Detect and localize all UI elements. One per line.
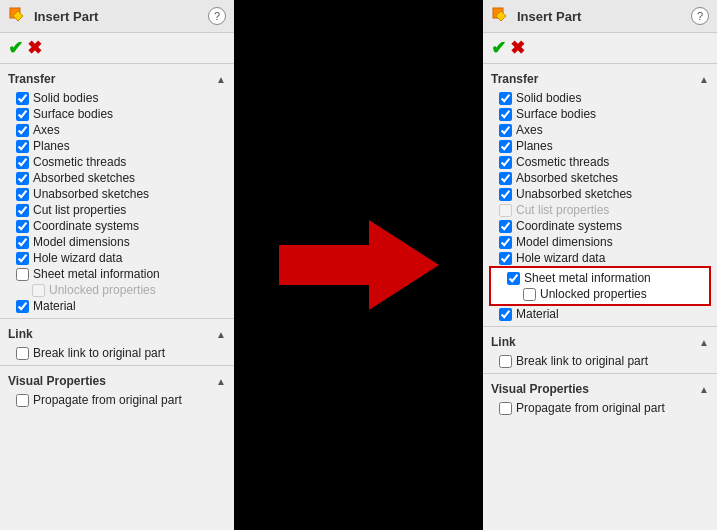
left-unlocked-properties-item[interactable]: Unlocked properties	[0, 282, 234, 298]
left-model-dimensions-item[interactable]: Model dimensions	[0, 234, 234, 250]
right-cut-list-item[interactable]: Cut list properties	[483, 202, 717, 218]
left-cosmetic-threads-checkbox[interactable]	[16, 156, 29, 169]
left-panel: Insert Part ? ✔ ✖ Transfer ▲ Solid bodie…	[0, 0, 234, 530]
right-sheet-metal-label: Sheet metal information	[524, 271, 651, 285]
right-model-dimensions-item[interactable]: Model dimensions	[483, 234, 717, 250]
right-cosmetic-threads-checkbox[interactable]	[499, 156, 512, 169]
right-cosmetic-threads-item[interactable]: Cosmetic threads	[483, 154, 717, 170]
left-break-link-checkbox[interactable]	[16, 347, 29, 360]
left-hole-wizard-item[interactable]: Hole wizard data	[0, 250, 234, 266]
right-material-item[interactable]: Material	[483, 306, 717, 322]
right-unlocked-properties-label: Unlocked properties	[540, 287, 647, 301]
left-material-checkbox[interactable]	[16, 300, 29, 313]
left-transfer-collapse[interactable]: ▲	[216, 74, 226, 85]
right-planes-checkbox[interactable]	[499, 140, 512, 153]
left-cancel-button[interactable]: ✖	[27, 37, 42, 59]
right-model-dimensions-checkbox[interactable]	[499, 236, 512, 249]
right-transfer-section: Transfer ▲ Solid bodies Surface bodies A…	[483, 68, 717, 322]
left-divider-2	[0, 365, 234, 366]
left-cut-list-label: Cut list properties	[33, 203, 126, 217]
right-sheet-metal-checkbox[interactable]	[507, 272, 520, 285]
right-panel-header: Insert Part ?	[483, 0, 717, 33]
left-unabsorbed-sketches-item[interactable]: Unabsorbed sketches	[0, 186, 234, 202]
left-cut-list-checkbox[interactable]	[16, 204, 29, 217]
left-solid-bodies-checkbox[interactable]	[16, 92, 29, 105]
left-absorbed-sketches-checkbox[interactable]	[16, 172, 29, 185]
right-transfer-collapse[interactable]: ▲	[699, 74, 709, 85]
right-axes-item[interactable]: Axes	[483, 122, 717, 138]
right-absorbed-sketches-label: Absorbed sketches	[516, 171, 618, 185]
right-surface-bodies-item[interactable]: Surface bodies	[483, 106, 717, 122]
left-cosmetic-threads-label: Cosmetic threads	[33, 155, 126, 169]
left-help-button[interactable]: ?	[208, 7, 226, 25]
right-planes-label: Planes	[516, 139, 553, 153]
left-absorbed-sketches-item[interactable]: Absorbed sketches	[0, 170, 234, 186]
right-surface-bodies-label: Surface bodies	[516, 107, 596, 121]
left-planes-item[interactable]: Planes	[0, 138, 234, 154]
left-solid-bodies-item[interactable]: Solid bodies	[0, 90, 234, 106]
left-break-link-item[interactable]: Break link to original part	[0, 345, 234, 361]
right-break-link-checkbox[interactable]	[499, 355, 512, 368]
left-unabsorbed-sketches-label: Unabsorbed sketches	[33, 187, 149, 201]
left-hole-wizard-checkbox[interactable]	[16, 252, 29, 265]
left-solid-bodies-label: Solid bodies	[33, 91, 98, 105]
left-propagate-checkbox[interactable]	[16, 394, 29, 407]
right-axes-checkbox[interactable]	[499, 124, 512, 137]
left-title-row: Insert Part	[8, 6, 98, 26]
left-visual-collapse[interactable]: ▲	[216, 376, 226, 387]
right-unabsorbed-sketches-item[interactable]: Unabsorbed sketches	[483, 186, 717, 202]
left-surface-bodies-checkbox[interactable]	[16, 108, 29, 121]
left-surface-bodies-label: Surface bodies	[33, 107, 113, 121]
right-coordinate-systems-label: Coordinate systems	[516, 219, 622, 233]
left-link-collapse[interactable]: ▲	[216, 329, 226, 340]
left-material-item[interactable]: Material	[0, 298, 234, 314]
left-surface-bodies-item[interactable]: Surface bodies	[0, 106, 234, 122]
right-axes-label: Axes	[516, 123, 543, 137]
right-absorbed-sketches-item[interactable]: Absorbed sketches	[483, 170, 717, 186]
right-unlocked-properties-checkbox[interactable]	[523, 288, 536, 301]
left-cosmetic-threads-item[interactable]: Cosmetic threads	[0, 154, 234, 170]
right-break-link-item[interactable]: Break link to original part	[483, 353, 717, 369]
right-solid-bodies-checkbox[interactable]	[499, 92, 512, 105]
left-insert-part-icon	[8, 6, 28, 26]
right-propagate-item[interactable]: Propagate from original part	[483, 400, 717, 416]
left-sheet-metal-item[interactable]: Sheet metal information	[0, 266, 234, 282]
right-cut-list-label: Cut list properties	[516, 203, 609, 217]
right-unabsorbed-sketches-checkbox[interactable]	[499, 188, 512, 201]
right-surface-bodies-checkbox[interactable]	[499, 108, 512, 121]
left-axes-checkbox[interactable]	[16, 124, 29, 137]
right-cancel-button[interactable]: ✖	[510, 37, 525, 59]
left-cut-list-item[interactable]: Cut list properties	[0, 202, 234, 218]
right-sheet-metal-item[interactable]: Sheet metal information	[491, 270, 709, 286]
left-planes-checkbox[interactable]	[16, 140, 29, 153]
left-propagate-label: Propagate from original part	[33, 393, 182, 407]
left-transfer-header: Transfer ▲	[0, 68, 234, 90]
left-coordinate-systems-checkbox[interactable]	[16, 220, 29, 233]
right-unlocked-properties-item[interactable]: Unlocked properties	[491, 286, 709, 302]
right-coordinate-systems-checkbox[interactable]	[499, 220, 512, 233]
left-link-section: Link ▲ Break link to original part	[0, 323, 234, 361]
left-axes-item[interactable]: Axes	[0, 122, 234, 138]
right-hole-wizard-item[interactable]: Hole wizard data	[483, 250, 717, 266]
right-help-button[interactable]: ?	[691, 7, 709, 25]
right-coordinate-systems-item[interactable]: Coordinate systems	[483, 218, 717, 234]
left-propagate-item[interactable]: Propagate from original part	[0, 392, 234, 408]
left-model-dimensions-checkbox[interactable]	[16, 236, 29, 249]
left-hole-wizard-label: Hole wizard data	[33, 251, 122, 265]
right-solid-bodies-item[interactable]: Solid bodies	[483, 90, 717, 106]
left-sheet-metal-checkbox[interactable]	[16, 268, 29, 281]
left-confirm-button[interactable]: ✔	[8, 37, 23, 59]
right-link-section: Link ▲ Break link to original part	[483, 331, 717, 369]
right-link-collapse[interactable]: ▲	[699, 337, 709, 348]
right-confirm-button[interactable]: ✔	[491, 37, 506, 59]
left-unabsorbed-sketches-checkbox[interactable]	[16, 188, 29, 201]
right-material-checkbox[interactable]	[499, 308, 512, 321]
right-propagate-checkbox[interactable]	[499, 402, 512, 415]
right-hole-wizard-checkbox[interactable]	[499, 252, 512, 265]
right-divider-1	[483, 326, 717, 327]
right-visual-collapse[interactable]: ▲	[699, 384, 709, 395]
left-transfer-section: Transfer ▲ Solid bodies Surface bodies A…	[0, 68, 234, 314]
left-coordinate-systems-item[interactable]: Coordinate systems	[0, 218, 234, 234]
right-planes-item[interactable]: Planes	[483, 138, 717, 154]
right-absorbed-sketches-checkbox[interactable]	[499, 172, 512, 185]
